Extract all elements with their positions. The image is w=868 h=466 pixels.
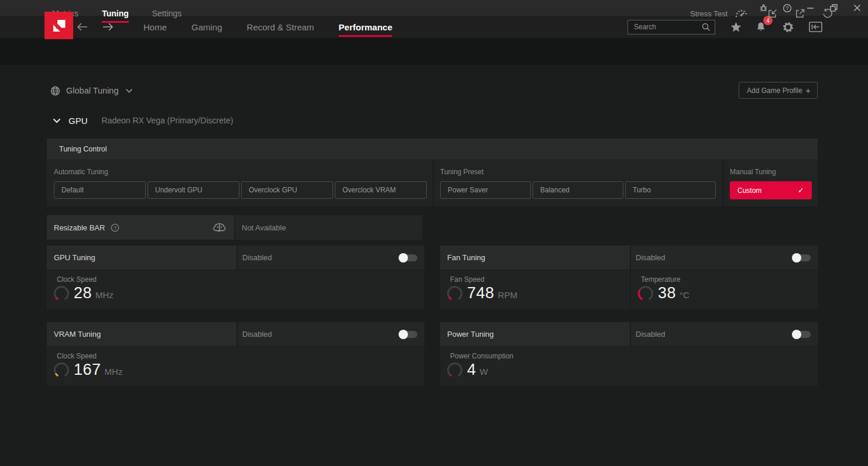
metric-label: Clock Speed <box>57 352 424 360</box>
power-tuning-title: Power Tuning <box>440 322 630 346</box>
vram-tuning-title: VRAM Tuning <box>47 322 236 346</box>
resizable-bar-control[interactable]: Resizable BAR ? <box>47 215 234 240</box>
gpu-clock-speed-metric: Clock Speed 28 MHz <box>47 270 424 309</box>
performance-subnav <box>0 38 868 65</box>
manual-tuning-label: Manual Tuning <box>730 168 818 176</box>
stress-test-label[interactable]: Stress Test <box>690 9 728 18</box>
tuning-scope-selector[interactable]: Global Tuning <box>50 82 133 99</box>
subtab-settings[interactable]: Settings <box>140 0 194 27</box>
metric-value: 167 <box>74 361 101 379</box>
close-icon[interactable] <box>852 3 862 13</box>
chevron-down-icon <box>125 88 133 94</box>
power-consumption-metric: Power Consumption 4 W <box>440 347 818 386</box>
reset-icon[interactable] <box>822 8 833 19</box>
metric-label: Power Consumption <box>450 352 818 360</box>
automatic-tuning-label: Automatic Tuning <box>54 168 433 176</box>
radeon-software-window: ? <box>0 0 868 466</box>
scope-label: Global Tuning <box>66 86 118 95</box>
metric-value: 28 <box>74 284 92 302</box>
power-tuning-toggle[interactable] <box>793 331 811 338</box>
temperature-metric: Temperature 38 °C <box>631 270 818 309</box>
gpu-section-header[interactable]: GPU Radeon RX Vega (Primary/Discrete) <box>53 115 233 126</box>
metric-unit: MHz <box>95 290 114 300</box>
check-icon: ✓ <box>798 186 804 195</box>
gpu-tuning-state: Disabled <box>242 253 272 262</box>
fan-speed-gauge <box>446 285 464 302</box>
metric-unit: RPM <box>498 290 517 300</box>
manual-tuning-section: Manual Tuning Custom ✓ <box>724 160 818 206</box>
metric-value: 38 <box>658 284 676 302</box>
gpu-tuning-toggle[interactable] <box>400 254 417 261</box>
vram-tuning-tile: VRAM Tuning Disabled Clock Speed 167 MHz <box>47 322 424 386</box>
power-tuning-state: Disabled <box>636 330 665 339</box>
metric-label: Fan Speed <box>450 275 630 284</box>
metric-value: 4 <box>467 361 476 379</box>
metric-label: Clock Speed <box>57 275 424 284</box>
tuning-control-title: Tuning Control <box>47 139 818 160</box>
gpu-section-title: GPU <box>68 116 88 126</box>
tuning-control-card: Tuning Control Automatic Tuning Default … <box>47 139 818 206</box>
clock-speed-gauge <box>53 285 70 302</box>
tuning-preset-section: Tuning Preset Power Saver Balanced Turbo <box>434 160 723 206</box>
vram-tuning-state: Disabled <box>242 330 272 339</box>
stress-test-gauge-icon[interactable] <box>735 9 747 18</box>
preset-option-power-saver[interactable]: Power Saver <box>440 181 531 199</box>
auto-option-default[interactable]: Default <box>54 181 146 199</box>
tuning-preset-label: Tuning Preset <box>440 168 723 176</box>
fan-tuning-toggle[interactable] <box>793 254 811 261</box>
metric-label: Temperature <box>641 275 818 284</box>
manual-option-custom[interactable]: Custom ✓ <box>730 181 812 199</box>
subtab-tuning[interactable]: Tuning <box>90 0 140 27</box>
globe-icon <box>50 86 60 96</box>
manual-option-custom-label: Custom <box>737 187 761 195</box>
metric-value: 748 <box>467 284 495 302</box>
temperature-gauge <box>637 285 654 302</box>
resizable-bar-status: Not Available <box>242 223 286 232</box>
share-profile-icon[interactable] <box>795 8 805 19</box>
smart-access-memory-brain-icon <box>212 222 227 233</box>
fan-tuning-tile: Fan Tuning Disabled Fan Speed 748 RPM Te… <box>440 246 818 309</box>
metric-unit: °C <box>680 290 689 300</box>
help-question-icon[interactable]: ? <box>111 223 119 232</box>
resizable-bar-status-cell: Not Available <box>235 215 423 240</box>
vram-clock-gauge <box>53 361 70 379</box>
vram-clock-speed-metric: Clock Speed 167 MHz <box>47 347 424 386</box>
collapse-chevron-icon[interactable] <box>53 118 61 123</box>
fan-tuning-state: Disabled <box>636 253 665 262</box>
load-profile-icon[interactable] <box>767 8 778 19</box>
preset-option-turbo[interactable]: Turbo <box>625 181 716 199</box>
metric-unit: W <box>480 367 488 377</box>
auto-option-undervolt-gpu[interactable]: Undervolt GPU <box>147 181 239 199</box>
add-game-profile-label: Add Game Profile <box>747 87 802 95</box>
gpu-device-name: Radeon RX Vega (Primary/Discrete) <box>102 116 234 125</box>
fan-speed-metric: Fan Speed 748 RPM <box>440 270 630 309</box>
automatic-tuning-section: Automatic Tuning Default Undervolt GPU O… <box>47 160 433 206</box>
svg-text:?: ? <box>114 225 117 230</box>
fan-tuning-title: Fan Tuning <box>440 246 630 270</box>
auto-option-overclock-vram[interactable]: Overclock VRAM <box>335 181 427 199</box>
plus-icon: + <box>805 85 811 95</box>
auto-option-overclock-gpu[interactable]: Overclock GPU <box>241 181 333 199</box>
vram-tuning-toggle[interactable] <box>400 331 417 338</box>
gpu-tuning-tile: GPU Tuning Disabled Clock Speed 28 MHz <box>47 246 424 309</box>
nav-tab-performance[interactable]: Performance <box>327 16 405 38</box>
resizable-bar-label: Resizable BAR <box>54 223 105 232</box>
add-game-profile-button[interactable]: Add Game Profile + <box>739 82 818 99</box>
power-gauge <box>446 361 464 379</box>
amd-logo[interactable] <box>44 12 73 39</box>
nav-tab-record-stream[interactable]: Record & Stream <box>235 16 327 38</box>
power-tuning-tile: Power Tuning Disabled Power Consumption … <box>440 322 818 386</box>
gpu-tuning-title: GPU Tuning <box>47 246 236 270</box>
preset-option-balanced[interactable]: Balanced <box>533 181 623 199</box>
metric-unit: MHz <box>105 367 123 377</box>
